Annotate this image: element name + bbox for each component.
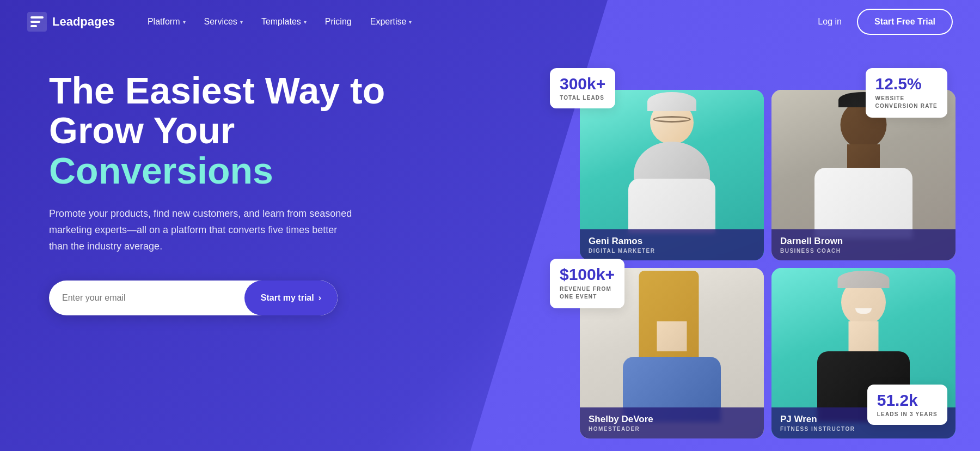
shelby-name: Shelby DeVore bbox=[589, 414, 755, 425]
start-trial-button[interactable]: Start my trial › bbox=[244, 281, 338, 315]
navbar: Leadpages Platform ▾ Services ▾ Template… bbox=[0, 0, 980, 44]
login-link[interactable]: Log in bbox=[818, 17, 842, 27]
nav-right: Log in Start Free Trial bbox=[818, 9, 953, 35]
pj-title: Fitness Instructor bbox=[780, 426, 947, 432]
cta-form: Start my trial › bbox=[49, 281, 338, 315]
darnell-name: Darnell Brown bbox=[780, 236, 947, 247]
shelby-title: Homesteader bbox=[589, 426, 755, 432]
stat-512k-value: 51.2k bbox=[877, 392, 938, 409]
nav-templates-label: Templates bbox=[261, 17, 301, 27]
hero-headline: The Easiest Way to Grow Your Conversions bbox=[49, 71, 419, 191]
nav-expertise-label: Expertise bbox=[370, 17, 407, 27]
chevron-down-icon: ▾ bbox=[304, 19, 307, 25]
stat-100k-value: $100k+ bbox=[560, 266, 615, 283]
email-input[interactable] bbox=[49, 293, 244, 303]
hero-subtext: Promote your products, find new customer… bbox=[49, 206, 354, 254]
nav-item-templates[interactable]: Templates ▾ bbox=[253, 13, 315, 31]
darnell-name-tag: Darnell Brown Business Coach bbox=[771, 229, 955, 260]
stat-100k-label: REVENUE FROMONE EVENT bbox=[560, 285, 615, 301]
nav-item-pricing[interactable]: Pricing bbox=[316, 13, 360, 31]
nav-platform-label: Platform bbox=[148, 17, 180, 27]
headline-line2: Grow Your bbox=[49, 109, 235, 151]
geni-name: Geni Ramos bbox=[589, 236, 755, 247]
nav-item-expertise[interactable]: Expertise ▾ bbox=[362, 13, 421, 31]
stat-300k-bubble: 300k+ Total Leads bbox=[550, 68, 615, 108]
chevron-down-icon: ▾ bbox=[409, 19, 412, 25]
svg-rect-1 bbox=[30, 16, 44, 19]
geni-name-tag: Geni Ramos Digital Marketer bbox=[580, 229, 764, 260]
headline-line1: The Easiest Way to bbox=[49, 70, 385, 111]
chevron-down-icon: ▾ bbox=[183, 19, 186, 25]
nav-pricing-label: Pricing bbox=[325, 17, 352, 27]
chevron-down-icon: ▾ bbox=[240, 19, 243, 25]
arrow-right-icon: › bbox=[318, 293, 321, 303]
profile-card-geni: Geni Ramos Digital Marketer bbox=[580, 90, 764, 260]
svg-rect-3 bbox=[30, 25, 37, 27]
stat-512k-label: Leads In 3 Years bbox=[877, 411, 938, 417]
stat-100k-bubble: $100k+ REVENUE FROMONE EVENT bbox=[550, 259, 624, 308]
stat-300k-value: 300k+ bbox=[560, 76, 605, 92]
nav-services-label: Services bbox=[204, 17, 237, 27]
hero-left-content: The Easiest Way to Grow Your Conversions… bbox=[49, 71, 419, 315]
nav-item-platform[interactable]: Platform ▾ bbox=[139, 13, 194, 31]
logo[interactable]: Leadpages bbox=[27, 12, 115, 32]
logo-text: Leadpages bbox=[52, 15, 115, 29]
shelby-name-tag: Shelby DeVore Homesteader bbox=[580, 407, 764, 438]
nav-links: Platform ▾ Services ▾ Templates ▾ Pricin… bbox=[139, 13, 420, 31]
stat-125-value: 12.5% bbox=[875, 76, 938, 92]
stat-512k-bubble: 51.2k Leads In 3 Years bbox=[867, 385, 947, 425]
nav-item-services[interactable]: Services ▾ bbox=[195, 13, 252, 31]
stat-125-label: WEBSITECONVERSION RATE bbox=[875, 95, 938, 110]
stat-125-bubble: 12.5% WEBSITECONVERSION RATE bbox=[866, 68, 948, 118]
leadpages-logo-icon bbox=[27, 12, 47, 32]
stat-300k-label: Total Leads bbox=[560, 95, 605, 101]
start-free-trial-button[interactable]: Start Free Trial bbox=[857, 9, 953, 35]
svg-rect-2 bbox=[30, 21, 40, 23]
darnell-title: Business Coach bbox=[780, 248, 947, 254]
geni-title: Digital Marketer bbox=[589, 248, 755, 254]
headline-accent: Conversions bbox=[49, 150, 273, 191]
profile-grid: 300k+ Total Leads 12.5% WEBSITECONVERSIO… bbox=[558, 57, 955, 438]
cta-label: Start my trial bbox=[261, 293, 314, 303]
